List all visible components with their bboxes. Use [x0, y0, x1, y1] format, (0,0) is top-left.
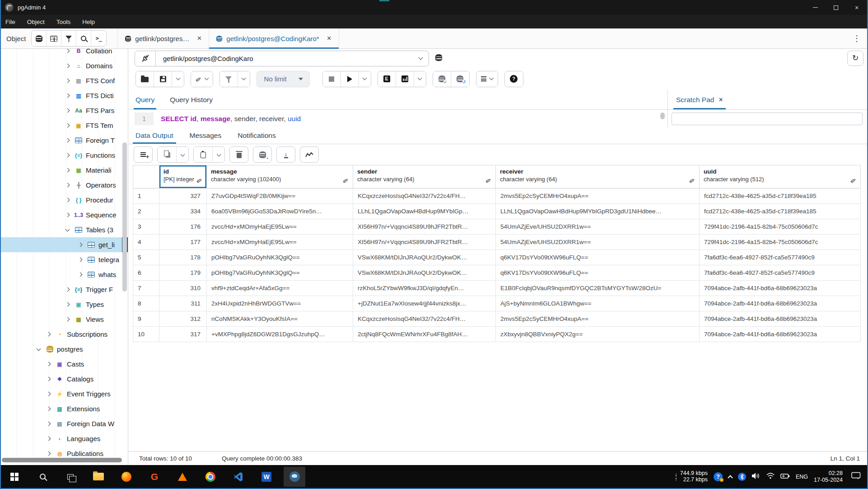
cell-message[interactable]: +vMXPhpg8jdZ6DGW2B1DgsGJzuhpQ…: [207, 327, 353, 342]
more-options-kebab-icon[interactable]: ⋮: [853, 33, 861, 43]
chevron-down-icon[interactable]: [65, 227, 70, 231]
network-speed-widget[interactable]: ↓ ↑ 744.9 kbps 22.7 kbps: [675, 470, 708, 483]
row-number-cell[interactable]: 7: [133, 281, 159, 296]
cancel-query-button[interactable]: [323, 71, 341, 87]
cell-id[interactable]: 177: [159, 235, 207, 249]
cell-uuid[interactable]: fcd2712c-438e-4625-a35d-c718f39ea185: [700, 188, 860, 203]
cell-message[interactable]: nCoNMSKAkk+Y3OyouKfsIA==: [207, 311, 353, 326]
save-file-button[interactable]: [154, 71, 172, 87]
tree-item-functions[interactable]: {≡}Functions: [1, 148, 128, 163]
bluetooth-icon[interactable]: [738, 473, 746, 481]
chevron-down-icon[interactable]: [37, 346, 41, 351]
cell-sender[interactable]: LLhL1QgaOVapOawHBdHup9MYblGp…: [353, 204, 496, 219]
editor-scrollbar[interactable]: [660, 113, 665, 119]
tree-item-telegra[interactable]: telegra: [1, 252, 128, 267]
chevron-right-icon[interactable]: [65, 213, 70, 217]
cell-message[interactable]: zvcc/Hd+xMOmyHaEjE95Lw==: [207, 235, 353, 249]
delete-row-button[interactable]: [229, 146, 248, 163]
explain-options-button[interactable]: [414, 71, 426, 87]
cell-sender[interactable]: 2ctjNq8FQcWmEWNrhrXFu4FBg8fAH…: [353, 327, 496, 342]
open-file-button[interactable]: [136, 71, 154, 87]
close-tab-icon[interactable]: ×: [197, 34, 201, 43]
vscode-button[interactable]: [228, 467, 249, 487]
connection-select[interactable]: getlink/postgres@CodingKaro: [156, 51, 429, 66]
minimize-button[interactable]: [805, 0, 826, 15]
row-number-cell[interactable]: 5: [133, 250, 159, 265]
cell-message[interactable]: 6oa05VBm96jGGo53DaJtRowDYire5n…: [207, 204, 353, 219]
chevron-right-icon[interactable]: [65, 94, 70, 98]
g-app-button[interactable]: G: [144, 467, 165, 487]
close-button[interactable]: ×: [846, 0, 867, 15]
row-number-cell[interactable]: 2: [133, 204, 159, 219]
close-scratch-pad-icon[interactable]: ×: [719, 96, 723, 104]
row-number-cell[interactable]: 8: [133, 296, 159, 311]
cell-sender[interactable]: KCqxzczeHosIsqG4NeI32/7v22c4/FH…: [353, 188, 496, 203]
tree-item-event-triggers[interactable]: ⚡Event Triggers: [1, 386, 128, 401]
chevron-right-icon[interactable]: [65, 183, 70, 188]
cell-receiver[interactable]: LLhL1QgaOVapOawHBdHup9MYblGpRD3gdU1NiHdb…: [496, 204, 700, 219]
cell-receiver[interactable]: zXbxyvjn8QBBVxniyPQX2g==: [496, 327, 700, 342]
chevron-right-icon[interactable]: [65, 198, 70, 202]
tree-horizontal-scrollbar[interactable]: [2, 458, 122, 462]
chevron-right-icon[interactable]: [65, 108, 70, 113]
cell-id[interactable]: 327: [159, 188, 207, 203]
edit-button[interactable]: ✎: [191, 71, 213, 87]
clock-widget[interactable]: 02:28 17-05-2024: [814, 470, 843, 484]
chevron-right-icon[interactable]: [47, 377, 51, 381]
cell-sender[interactable]: +jDZNut1Ea7wXIosew4rjjf44vnizks8jx…: [353, 296, 496, 311]
column-header-sender[interactable]: sendercharacter varying (64)✎: [353, 165, 496, 188]
row-number-cell[interactable]: 6: [133, 265, 159, 280]
add-row-button[interactable]: [134, 146, 153, 163]
tree-item-domains[interactable]: ⌂Domains: [1, 58, 128, 73]
chevron-right-icon[interactable]: [47, 332, 51, 337]
row-number-cell[interactable]: 9: [133, 311, 159, 326]
edit-pencil-icon[interactable]: ✎: [342, 176, 349, 185]
chevron-right-icon[interactable]: [65, 138, 70, 143]
cell-receiver[interactable]: q6KV17DsYVo09tXW96uFLQ==: [496, 250, 700, 265]
chevron-right-icon[interactable]: [47, 451, 51, 456]
tab-scratch-pad[interactable]: Scratch Pad ×: [676, 96, 723, 109]
speaker-icon[interactable]: [752, 473, 761, 481]
word-button[interactable]: W: [256, 467, 277, 487]
tree-item-fts-conf[interactable]: ▤FTS Conf: [1, 73, 128, 88]
save-options-button[interactable]: [172, 71, 184, 87]
language-indicator[interactable]: ENG: [796, 474, 808, 480]
cell-uuid[interactable]: 729f41dc-2196-4a15-82b4-75c050606d7c: [700, 219, 860, 234]
download-results-button[interactable]: ↓: [276, 146, 295, 163]
cell-receiver[interactable]: 2mvs5Ep2cSyCEMHrO4xupA==: [496, 311, 700, 326]
tree-item-languages[interactable]: ◗Languages: [1, 431, 128, 446]
tree-item-postgres[interactable]: postgres: [1, 342, 128, 357]
tree-item-get-li[interactable]: get_li: [1, 237, 128, 252]
tray-help-icon[interactable]: ?: [714, 472, 723, 481]
cell-sender[interactable]: XI56H97n/+Vqqnci4S89U9hJFR2TbtR…: [353, 235, 496, 249]
row-number-cell[interactable]: 10: [133, 327, 159, 342]
vlc-button[interactable]: [172, 467, 193, 487]
explain-analyze-button[interactable]: [396, 71, 414, 87]
tab-query-history[interactable]: Query History: [170, 96, 213, 109]
tab-notifications[interactable]: Notifications: [238, 132, 275, 144]
cell-sender[interactable]: VSwX68KM/tDIJnJRAoQUr2/DykwOK…: [353, 250, 496, 265]
tab-data-output[interactable]: Data Output: [135, 132, 173, 144]
chevron-right-icon[interactable]: [65, 287, 70, 292]
column-header-message[interactable]: messagecharacter varying (102400)✎: [207, 165, 353, 188]
paste-button[interactable]: [194, 147, 213, 163]
copy-options-button[interactable]: [177, 147, 188, 163]
pgadmin-taskbar-button[interactable]: [284, 467, 305, 487]
macros-button[interactable]: [476, 71, 498, 87]
chevron-right-icon[interactable]: [65, 123, 70, 128]
cell-uuid[interactable]: fcd2712c-438e-4625-a35d-c718f39ea185: [700, 204, 860, 219]
cell-message[interactable]: Z7uvGDp4tSWqF2B/0MKijw==: [207, 188, 353, 203]
chevron-right-icon[interactable]: [65, 302, 70, 307]
cell-uuid[interactable]: 7fa6df3c-6ea6-4927-852f-ca5e577490c9: [700, 250, 860, 265]
browser-database-button[interactable]: [32, 31, 47, 46]
chevron-right-icon[interactable]: [65, 317, 70, 322]
chevron-right-icon[interactable]: [65, 49, 70, 53]
tree-item-catalogs[interactable]: ❖Catalogs: [1, 371, 128, 386]
copy-button[interactable]: [158, 147, 177, 163]
rollback-button[interactable]: ↺: [451, 71, 469, 87]
menu-tools[interactable]: Tools: [51, 19, 77, 25]
cell-uuid[interactable]: 7094abce-2afb-441f-bd6a-68b69623023a: [700, 327, 860, 342]
cell-sender[interactable]: XI56H97n/+Vqqnci4S89U9hJFR2TbtR…: [353, 219, 496, 234]
tree-item-materiali[interactable]: ▦Materiali: [1, 163, 128, 178]
browser-search-button[interactable]: [76, 31, 91, 46]
